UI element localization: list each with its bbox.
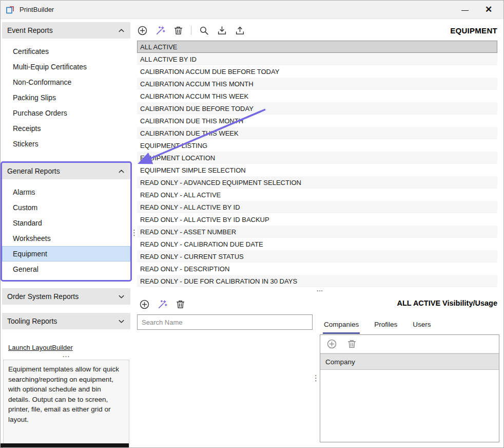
template-row-read-only-calibration-due-date[interactable]: READ ONLY - CALIBRATION DUE DATE [137, 238, 497, 250]
section-header-general-reports[interactable]: General Reports [2, 163, 130, 179]
template-row-read-only-current-status[interactable]: READ ONLY - CURRENT STATUS [137, 250, 497, 263]
section-items: AlarmsCustomStandardWorksheetsEquipmentG… [2, 179, 130, 280]
template-row-all-active-by-id[interactable]: ALL ACTIVE BY ID [137, 53, 497, 65]
sidebar-item-equipment[interactable]: Equipment [2, 246, 130, 262]
template-row-read-only-asset-number[interactable]: READ ONLY - ASSET NUMBER [137, 226, 497, 238]
sidebar-item-receipts[interactable]: Receipts [2, 121, 130, 136]
sidebar-section-event-reports: Event ReportsCertificatesMulti-Equip Cer… [2, 22, 130, 155]
bottom-panels-splitter[interactable]: ⋮ [312, 374, 320, 383]
close-button[interactable]: ✕ [477, 1, 500, 18]
sidebar: Event ReportsCertificatesMulti-Equip Cer… [1, 19, 132, 447]
template-row-calibration-accum-this-month[interactable]: CALIBRATION ACCUM THIS MONTH [137, 78, 497, 90]
template-row-all-active[interactable]: ALL ACTIVE [137, 41, 497, 53]
chevron-down-icon[interactable] [118, 293, 125, 301]
search-toolbar [139, 297, 186, 311]
sidebar-item-multi-equip-certificates[interactable]: Multi-Equip Certificates [2, 59, 130, 74]
title-bar: PrintBuilder — ✕ [1, 1, 503, 19]
add-icon[interactable] [139, 299, 150, 310]
chevron-up-icon[interactable] [118, 27, 125, 34]
section-label: Tooling Reports [7, 317, 57, 325]
add-icon[interactable] [137, 25, 148, 36]
chevron-down-icon[interactable] [118, 318, 125, 325]
search-icon[interactable] [199, 25, 209, 36]
section-header-event-reports[interactable]: Event Reports [2, 22, 130, 39]
sidebar-item-packing-slips[interactable]: Packing Slips [2, 90, 130, 105]
template-row-read-only-advanced-equipment-selection[interactable]: READ ONLY - ADVANCED EQUIPMENT SELECTION [137, 176, 497, 189]
template-row-read-only-description[interactable]: READ ONLY - DESCRIPTION [137, 263, 497, 275]
visibility-usage-title: ALL ACTIVE Visibility/Usage [397, 299, 497, 307]
template-row-calibration-accum-due-before-today[interactable]: CALIBRATION ACCUM DUE BEFORE TODAY [137, 65, 497, 78]
template-row-read-only-all-active-by-id-backup[interactable]: READ ONLY - ALL ACTIVE BY ID BACKUP [137, 213, 497, 226]
sidebar-item-custom[interactable]: Custom [2, 200, 130, 215]
sidebar-item-non-conformance[interactable]: Non-Conformance [2, 74, 130, 90]
sidebar-item-general[interactable]: General [2, 262, 130, 277]
minimize-button[interactable]: — [453, 1, 477, 18]
template-row-equipment-simple-selection[interactable]: EQUIPMENT SIMPLE SELECTION [137, 164, 497, 176]
printbuilder-logo-icon [6, 5, 15, 14]
import-icon[interactable] [217, 25, 227, 36]
sidebar-sections: Event ReportsCertificatesMulti-Equip Cer… [2, 22, 130, 329]
taskbar-strip [1, 443, 129, 447]
visibility-toolbar [320, 335, 499, 353]
section-items: CertificatesMulti-Equip CertificatesNon-… [2, 39, 130, 155]
template-row-calibration-due-this-week[interactable]: CALIBRATION DUE THIS WEEK [137, 127, 497, 139]
sidebar-splitter-handle[interactable]: ... [2, 352, 130, 357]
magic-wand-icon[interactable] [155, 25, 166, 36]
template-toolbar-icons [137, 25, 245, 36]
template-toolbar: EQUIPMENT [137, 23, 497, 38]
tab-profiles[interactable]: Profiles [373, 318, 398, 334]
template-row-read-only-all-active-by-id[interactable]: READ ONLY - ALL ACTIVE BY ID [137, 201, 497, 213]
sidebar-item-alarms[interactable]: Alarms [2, 184, 130, 200]
sidebar-item-certificates[interactable]: Certificates [2, 44, 130, 59]
template-list: ALL ACTIVEALL ACTIVE BY IDCALIBRATION AC… [137, 41, 497, 287]
add-icon[interactable] [326, 339, 337, 349]
section-label: Order System Reports [7, 292, 79, 301]
delete-icon[interactable] [175, 299, 186, 310]
tab-users[interactable]: Users [412, 318, 432, 334]
template-row-read-only-all-active[interactable]: READ ONLY - ALL ACTIVE [137, 189, 497, 201]
template-row-equipment-location[interactable]: EQUIPMENT LOCATION [137, 152, 497, 164]
company-column-header: Company [320, 353, 499, 370]
app-window: PrintBuilder — ✕ Event ReportsCertificat… [0, 0, 504, 448]
category-title: EQUIPMENT [450, 26, 497, 35]
section-label: General Reports [7, 167, 60, 175]
template-row-calibration-due-before-today[interactable]: CALIBRATION DUE BEFORE TODAY [137, 102, 497, 115]
sidebar-item-standard[interactable]: Standard [2, 215, 130, 231]
magic-wand-icon[interactable] [157, 299, 168, 310]
sidebar-section-general-reports: General ReportsAlarmsCustomStandardWorks… [2, 163, 130, 280]
section-header-tooling-reports[interactable]: Tooling Reports [2, 313, 130, 329]
window-title: PrintBuilder [20, 6, 54, 13]
visibility-panel: Company [320, 334, 499, 442]
search-name-input[interactable] [137, 314, 313, 330]
sidebar-item-purchase-orders[interactable]: Purchase Orders [2, 105, 130, 121]
delete-icon[interactable] [346, 339, 357, 349]
section-header-order-system-reports[interactable]: Order System Reports [2, 288, 130, 305]
sidebar-item-stickers[interactable]: Stickers [2, 136, 130, 152]
delete-icon[interactable] [173, 25, 184, 36]
toolbar-separator [191, 26, 191, 35]
export-icon[interactable] [235, 25, 245, 36]
sidebar-section-order-system-reports: Order System Reports [2, 288, 130, 305]
chevron-up-icon[interactable] [118, 167, 125, 175]
template-row-calibration-due-this-month[interactable]: CALIBRATION DUE THIS MONTH [137, 115, 497, 127]
tab-companies[interactable]: Companies [323, 318, 360, 334]
template-row-equipment-listing[interactable]: EQUIPMENT LISTING [137, 139, 497, 152]
visibility-tabs: CompaniesProfilesUsers [323, 318, 432, 334]
sidebar-item-worksheets[interactable]: Worksheets [2, 231, 130, 246]
template-description: Equipment templates allow for quick sear… [3, 360, 129, 448]
template-row-read-only-due-for-calibration-in-30-days[interactable]: READ ONLY - DUE FOR CALIBRATION IN 30 DA… [137, 275, 497, 287]
sidebar-section-tooling-reports: Tooling Reports [2, 313, 130, 329]
section-label: Event Reports [7, 26, 53, 34]
template-row-calibration-accum-this-week[interactable]: CALIBRATION ACCUM THIS WEEK [137, 90, 497, 102]
